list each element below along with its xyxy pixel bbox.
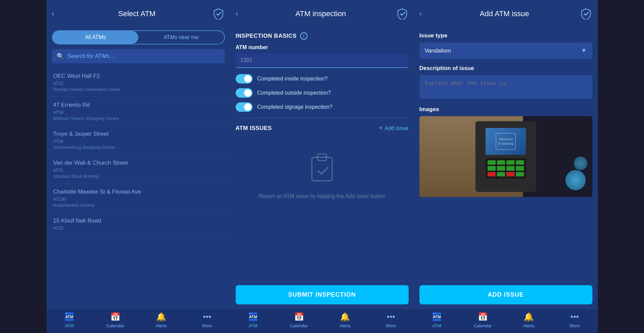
issues-title: ATM ISSUES [236,125,272,132]
toggle-signage-switch[interactable] [236,102,253,112]
blue-orb-decoration [565,170,586,190]
tab-all-atms[interactable]: All ATMs [53,31,139,44]
list-item[interactable]: Van der Walt & Church Street AT71 Standa… [47,155,230,184]
bottom-nav: 🏧 ATM 📅 Calendar 🔔 Alerts ••• More [47,308,230,333]
back-button[interactable]: ‹ [236,9,246,18]
nav-label-more: More [570,323,580,328]
back-button[interactable]: ‹ [52,9,62,18]
screen-title: ATM inspection [246,9,396,18]
issue-type-dropdown[interactable]: Vandalism ▼ [419,42,592,59]
description-label: Description of issue [419,65,592,72]
blue-orb-decoration-2 [574,157,587,170]
toggle-inside-switch[interactable] [236,74,253,84]
bell-nav-icon: 🔔 [156,312,166,322]
atm-number-label: ATM number [236,44,409,51]
screen-add-issue: ‹ Add ATM issue Issue type Vandalism ▼ D… [414,0,598,333]
atm-name: Charlotte Maxeke St & Floreat Ave [53,189,224,195]
atm-location: Midtown Towers Shopping Centre [53,116,224,121]
image-preview: Welcometo banking [419,116,592,197]
nav-label-more: More [386,323,396,328]
list-item[interactable]: Troye & Jasper Street AT56 Johannesburg … [47,126,230,155]
basics-title: INSPECTION BASICS [236,33,297,39]
nav-item-more[interactable]: ••• More [377,312,404,328]
nav-label-more: More [202,323,212,328]
toggle-outside-switch[interactable] [236,88,253,98]
submit-inspection-button[interactable]: SUBMIT INSPECTION [236,285,409,304]
shield-icon [396,7,409,20]
screen-title: Add ATM issue [430,9,580,18]
nav-label-calendar: Calendar [106,323,124,328]
atm-location: Braamfontein Central [53,203,224,208]
atm-filter-toggle: All ATMs ATMs near me [52,30,225,44]
divider [236,118,409,118]
search-icon: 🔍 [57,53,64,60]
atm-number-input[interactable]: 1301 [236,53,409,68]
atm-keypad [486,158,526,178]
atm-location: Johannesburg Shopping Centre [53,145,224,150]
atm-location: Orange County Convention Center [53,87,224,92]
calendar-nav-icon: 📅 [110,312,120,322]
list-item[interactable]: 47 Ernesto Rd AT34 Midtown Towers Shoppi… [47,97,230,126]
nav-item-alerts[interactable]: 🔔 Alerts [148,312,175,328]
shield-icon [580,7,592,20]
atm-code: AT71 [53,168,224,173]
nav-item-calendar[interactable]: 📅 Calendar [102,312,129,328]
toggle-signage-label: Completed signage inspection? [257,104,332,110]
more-nav-icon: ••• [203,312,211,322]
list-item[interactable]: Charlotte Maxeke St & Floreat Ave AT130 … [47,184,230,213]
chevron-down-icon: ▼ [581,47,587,54]
plus-icon: + [379,124,383,132]
nav-item-more[interactable]: ••• More [194,312,221,328]
header-select-atm: ‹ Select ATM [47,0,230,27]
add-issue-button[interactable]: + Add issue [379,124,409,132]
atm-name: 47 Ernesto Rd [53,102,224,108]
nav-item-atm[interactable]: 🏧 ATM [240,312,267,328]
atm-list: OEC West Hall F2 AT12 Orange County Conv… [47,67,230,308]
nav-item-alerts[interactable]: 🔔 Alerts [331,312,358,328]
bell-nav-icon: 🔔 [524,312,534,322]
search-bar[interactable]: 🔍 Search for ATMs... [52,49,225,63]
nav-item-calendar[interactable]: 📅 Calendar [286,312,313,328]
calendar-nav-icon: 📅 [478,312,488,322]
nav-item-more[interactable]: ••• More [561,312,588,328]
nav-label-calendar: Calendar [290,323,308,328]
more-nav-icon: ••• [387,312,395,322]
atm-name: OEC West Hall F2 [53,73,224,79]
nav-item-alerts[interactable]: 🔔 Alerts [515,312,542,328]
basics-section-header: INSPECTION BASICS i [236,32,409,40]
add-issue-button[interactable]: ADD ISSUE [419,285,592,304]
atm-code: AT12 [53,81,224,86]
nav-label-calendar: Calendar [474,323,492,328]
search-placeholder-text: Search for ATMs... [67,53,115,60]
toggle-signage: Completed signage inspection? [236,102,409,112]
nav-label-alerts: Alerts [523,323,534,328]
toggle-outside: Completed outside inspection? [236,88,409,98]
toggle-inside: Completed inside inspection? [236,74,409,84]
back-button[interactable]: ‹ [419,9,430,18]
list-item[interactable]: 15 Kloof Nek Road AT22 [47,213,230,237]
description-input[interactable] [419,75,592,99]
clipboard-icon [309,152,335,187]
issues-header: ATM ISSUES + Add issue [236,124,409,132]
info-icon[interactable]: i [300,32,308,40]
atm-nav-icon: 🏧 [64,312,75,322]
nav-label-alerts: Alerts [156,323,167,328]
nav-item-calendar[interactable]: 📅 Calendar [469,312,496,328]
inspection-content: INSPECTION BASICS i ATM number 1301 Comp… [230,27,414,281]
list-item[interactable]: OEC West Hall F2 AT12 Orange County Conv… [47,68,230,97]
calendar-nav-icon: 📅 [294,312,304,322]
atm-nav-icon: 🏧 [248,312,258,322]
nav-item-atm[interactable]: 🏧 ATM [56,312,83,328]
issue-type-value: Vandalism [425,47,451,54]
screen-atm-inspection: ‹ ATM inspection INSPECTION BASICS i ATM… [230,0,414,333]
shield-icon [212,7,225,20]
toggle-inside-label: Completed inside inspection? [257,76,328,82]
tab-atms-near-me[interactable]: ATMs near me [138,31,224,44]
nav-item-atm[interactable]: 🏧 ATM [423,312,450,328]
atm-code: AT34 [53,110,224,115]
empty-state-text: Report an ATM issue by tapping the Add i… [259,192,385,200]
header-add-issue: ‹ Add ATM issue [414,0,598,27]
header-inspection: ‹ ATM inspection [230,0,414,27]
bottom-nav: 🏧 ATM 📅 Calendar 🔔 Alerts ••• More [414,308,598,333]
nav-label-atm: ATM [432,323,441,328]
